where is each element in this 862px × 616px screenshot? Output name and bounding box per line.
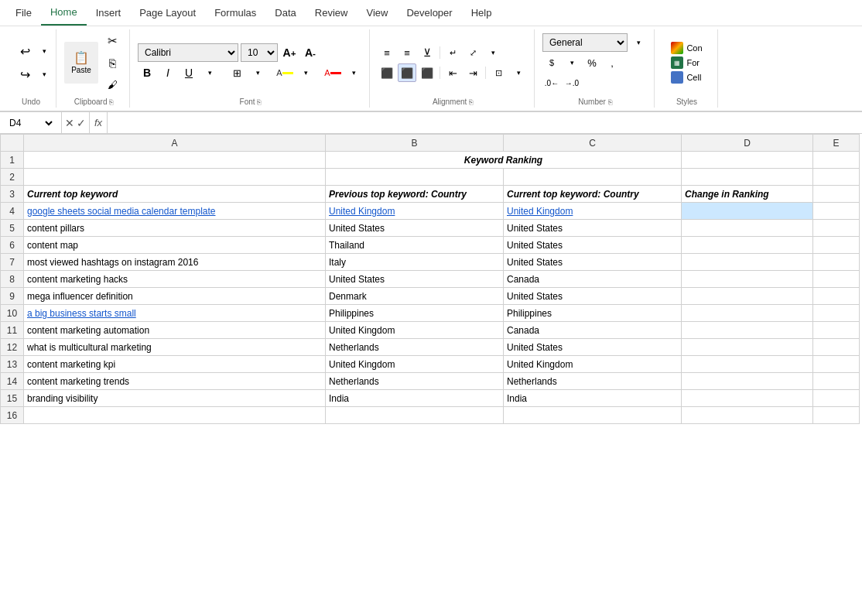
tab-view[interactable]: View <box>357 1 397 25</box>
cell-a4[interactable]: google sheets social media calendar temp… <box>24 203 326 220</box>
cell-b11[interactable]: United Kingdom <box>326 322 504 339</box>
orientation-dropdown[interactable]: ▾ <box>484 43 502 62</box>
tab-developer[interactable]: Developer <box>397 1 461 25</box>
cell-c8[interactable]: Canada <box>504 271 682 288</box>
align-left-button[interactable]: ⬛ <box>378 63 396 82</box>
cell-e5[interactable] <box>813 220 860 237</box>
redo-dropdown-button[interactable]: ▾ <box>39 63 50 85</box>
col-header-b[interactable]: B <box>326 135 504 152</box>
formula-input[interactable] <box>108 118 862 128</box>
align-bottom-button[interactable]: ⊻ <box>418 43 436 62</box>
cell-e2[interactable] <box>813 169 860 186</box>
decrease-decimal-button[interactable]: .0← <box>542 74 561 92</box>
align-center-button[interactable]: ⬛ <box>398 63 416 82</box>
decrease-font-button[interactable]: A- <box>301 43 320 62</box>
cell-a11[interactable]: content marketing automation <box>24 322 326 339</box>
accounting-button[interactable]: $ <box>542 53 561 72</box>
cell-b5[interactable]: United States <box>326 220 504 237</box>
italic-button[interactable]: I <box>159 63 177 82</box>
cell-a16[interactable] <box>24 407 326 424</box>
cell-e3[interactable] <box>813 186 860 203</box>
col-header-e[interactable]: E <box>813 135 860 152</box>
cell-b8[interactable]: United States <box>326 271 504 288</box>
col-header-d[interactable]: D <box>682 135 813 152</box>
undo-dropdown-button[interactable]: ▾ <box>39 40 50 62</box>
align-right-button[interactable]: ⬛ <box>418 63 436 82</box>
cell-d2[interactable] <box>682 169 813 186</box>
cell-d7[interactable] <box>682 254 813 271</box>
fill-color-dropdown[interactable]: ▾ <box>296 63 315 82</box>
row-header-8[interactable]: 8 <box>1 271 24 288</box>
cell-b2[interactable] <box>326 169 504 186</box>
cell-e9[interactable] <box>813 288 860 305</box>
cell-styles-item[interactable]: Cell <box>671 71 702 84</box>
font-name-select[interactable]: Calibri <box>138 43 238 62</box>
cell-d3[interactable]: Change in Ranking <box>682 186 813 203</box>
sheet-scroll-area[interactable]: A B C D E 1 Keyword Ranking 2 <box>0 134 862 424</box>
redo-button[interactable]: ↪ <box>12 63 37 85</box>
number-format-select[interactable]: General <box>542 33 628 52</box>
cell-d15[interactable] <box>682 390 813 407</box>
orientation-button[interactable]: ⤢ <box>463 43 482 62</box>
row-header-4[interactable]: 4 <box>1 203 24 220</box>
align-top-center-button[interactable]: ≡ <box>398 43 416 62</box>
cell-a7[interactable]: most viewed hashtags on instagram 2016 <box>24 254 326 271</box>
cell-d12[interactable] <box>682 339 813 356</box>
cell-a5[interactable]: content pillars <box>24 220 326 237</box>
comma-button[interactable]: , <box>603 53 621 72</box>
cell-c7[interactable]: United States <box>504 254 682 271</box>
row-header-9[interactable]: 9 <box>1 288 24 305</box>
cell-b14[interactable]: Netherlands <box>326 373 504 390</box>
row-header-13[interactable]: 13 <box>1 356 24 373</box>
cell-a6[interactable]: content map <box>24 237 326 254</box>
cell-c15[interactable]: India <box>504 390 682 407</box>
cell-d9[interactable] <box>682 288 813 305</box>
cell-c2[interactable] <box>504 169 682 186</box>
merge-dropdown[interactable]: ▾ <box>509 63 528 82</box>
format-as-table-item[interactable]: ▦ For <box>671 56 702 69</box>
cell-b3[interactable]: Previous top keyword: Country <box>326 186 504 203</box>
cell-e10[interactable] <box>813 305 860 322</box>
cell-e15[interactable] <box>813 390 860 407</box>
accounting-dropdown[interactable]: ▾ <box>563 53 581 72</box>
paste-button[interactable]: 📋 Paste <box>64 42 98 84</box>
row-header-14[interactable]: 14 <box>1 373 24 390</box>
bold-button[interactable]: B <box>138 63 156 82</box>
cell-c13[interactable]: United Kingdom <box>504 356 682 373</box>
row-header-5[interactable]: 5 <box>1 220 24 237</box>
cell-d6[interactable] <box>682 237 813 254</box>
cell-a14[interactable]: content marketing trends <box>24 373 326 390</box>
borders-button[interactable]: ⊞ <box>227 63 246 82</box>
cell-c4[interactable]: United Kingdom <box>504 203 682 220</box>
increase-indent-button[interactable]: ⇥ <box>463 63 482 82</box>
decrease-indent-button[interactable]: ⇤ <box>443 63 462 82</box>
tab-home[interactable]: Home <box>41 0 87 26</box>
col-header-c[interactable]: C <box>504 135 682 152</box>
borders-dropdown[interactable]: ▾ <box>248 63 267 82</box>
number-format-dropdown[interactable]: ▾ <box>629 33 648 52</box>
col-header-a[interactable]: A <box>24 135 326 152</box>
cell-e4[interactable] <box>813 203 860 220</box>
row-header-16[interactable]: 16 <box>1 407 24 424</box>
formula-confirm-icon[interactable]: ✓ <box>77 117 86 129</box>
cell-d4[interactable] <box>682 203 813 220</box>
cell-d11[interactable] <box>682 322 813 339</box>
cell-b7[interactable]: Italy <box>326 254 504 271</box>
cell-e14[interactable] <box>813 373 860 390</box>
cell-d10[interactable] <box>682 305 813 322</box>
tab-page-layout[interactable]: Page Layout <box>130 1 205 25</box>
format-painter-button[interactable]: 🖌 <box>101 74 123 94</box>
cell-d14[interactable] <box>682 373 813 390</box>
cell-b12[interactable]: Netherlands <box>326 339 504 356</box>
cell-c9[interactable]: United States <box>504 288 682 305</box>
tab-review[interactable]: Review <box>306 1 357 25</box>
row-header-1[interactable]: 1 <box>1 152 24 169</box>
cell-b15[interactable]: India <box>326 390 504 407</box>
cell-a1[interactable] <box>24 152 326 169</box>
cell-d1[interactable] <box>682 152 813 169</box>
underline-button[interactable]: U <box>180 63 198 82</box>
row-header-3[interactable]: 3 <box>1 186 24 203</box>
cell-b6[interactable]: Thailand <box>326 237 504 254</box>
tab-file[interactable]: File <box>6 1 41 25</box>
cell-e11[interactable] <box>813 322 860 339</box>
